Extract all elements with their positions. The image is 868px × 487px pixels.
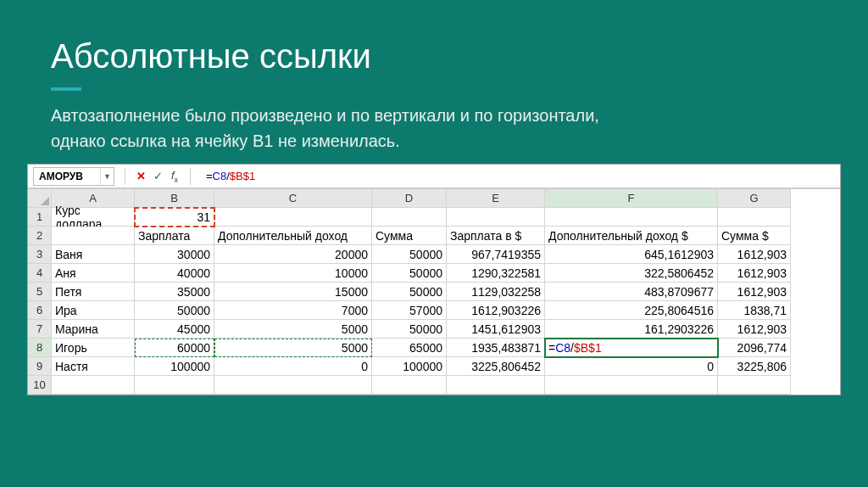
- cell[interactable]: Ваня: [52, 245, 135, 264]
- cell[interactable]: 1612,903226: [447, 301, 545, 320]
- cell[interactable]: 0: [545, 357, 718, 376]
- cell[interactable]: 967,7419355: [447, 245, 545, 264]
- col-header-B[interactable]: B: [135, 189, 214, 208]
- enter-icon[interactable]: ✓: [149, 170, 166, 182]
- row-header-8[interactable]: 8: [28, 339, 52, 357]
- cell[interactable]: Сумма: [372, 227, 447, 245]
- cell[interactable]: 50000: [135, 301, 214, 320]
- excel-window: ▼ ✕ ✓ fx =C8/$B$1 A B C D E F G 1 Курс д…: [27, 164, 841, 395]
- cell[interactable]: [52, 227, 135, 245]
- cell[interactable]: 1129,032258: [447, 283, 545, 301]
- cell[interactable]: 483,8709677: [545, 283, 718, 301]
- cell[interactable]: 65000: [372, 339, 447, 357]
- cell[interactable]: Зарплата: [135, 227, 214, 245]
- col-header-G[interactable]: G: [718, 189, 791, 208]
- cell[interactable]: 50000: [372, 320, 447, 339]
- cell[interactable]: [214, 376, 372, 395]
- cell[interactable]: [372, 376, 447, 395]
- cell[interactable]: 20000: [214, 245, 372, 264]
- cell[interactable]: 1290,322581: [447, 264, 545, 283]
- row-header-3[interactable]: 3: [28, 245, 52, 264]
- cell[interactable]: Настя: [52, 357, 135, 376]
- cell[interactable]: Аня: [52, 264, 135, 283]
- cell[interactable]: Зарплата в $: [447, 227, 545, 245]
- col-header-F[interactable]: F: [545, 189, 718, 208]
- cell[interactable]: 161,2903226: [545, 320, 718, 339]
- cell[interactable]: 1612,903: [718, 245, 791, 264]
- cell[interactable]: 31: [135, 208, 214, 227]
- cell[interactable]: 1935,483871: [447, 339, 545, 357]
- cell[interactable]: [718, 376, 791, 395]
- separator: [125, 168, 125, 185]
- row-header-9[interactable]: 9: [28, 357, 52, 376]
- row-header-6[interactable]: 6: [28, 301, 52, 320]
- col-header-E[interactable]: E: [447, 189, 545, 208]
- cell[interactable]: 2096,774: [718, 339, 791, 357]
- select-all-corner[interactable]: [28, 189, 52, 208]
- cell[interactable]: 1612,903: [718, 283, 791, 301]
- cell[interactable]: Марина: [52, 320, 135, 339]
- cell[interactable]: 5000: [214, 320, 372, 339]
- cell[interactable]: 3225,806452: [447, 357, 545, 376]
- cell[interactable]: 50000: [372, 245, 447, 264]
- cell[interactable]: Петя: [52, 283, 135, 301]
- formula-input[interactable]: =C8/$B$1: [198, 170, 255, 182]
- cell[interactable]: 15000: [214, 283, 372, 301]
- cell[interactable]: [545, 208, 718, 227]
- slide-subtitle: Автозаполнение было произведено и по вер…: [0, 91, 868, 154]
- cell[interactable]: 0: [214, 357, 372, 376]
- cell[interactable]: 5000: [214, 339, 372, 357]
- separator: [190, 168, 191, 185]
- cell[interactable]: 7000: [214, 301, 372, 320]
- cell[interactable]: 1612,903: [718, 264, 791, 283]
- col-header-D[interactable]: D: [372, 189, 447, 208]
- name-box-input[interactable]: [34, 171, 100, 182]
- row-header-1[interactable]: 1: [28, 208, 52, 227]
- cell[interactable]: 60000: [135, 339, 214, 357]
- cell[interactable]: [135, 376, 214, 395]
- cell[interactable]: 35000: [135, 283, 214, 301]
- cell[interactable]: 45000: [135, 320, 214, 339]
- cell[interactable]: [447, 208, 545, 227]
- cell[interactable]: 50000: [372, 264, 447, 283]
- cell[interactable]: Игорь: [52, 339, 135, 357]
- cell[interactable]: 30000: [135, 245, 214, 264]
- cell[interactable]: [372, 208, 447, 227]
- col-header-C[interactable]: C: [214, 189, 372, 208]
- cell[interactable]: Сумма $: [718, 227, 791, 245]
- cell[interactable]: [447, 376, 545, 395]
- row-header-4[interactable]: 4: [28, 264, 52, 283]
- cell[interactable]: 57000: [372, 301, 447, 320]
- cell[interactable]: 1451,612903: [447, 320, 545, 339]
- chevron-down-icon[interactable]: ▼: [100, 168, 114, 185]
- slide-title: Абсолютные ссылки: [0, 0, 868, 76]
- row-header-2[interactable]: 2: [28, 227, 52, 245]
- active-cell[interactable]: =C8/$B$1: [545, 339, 718, 357]
- row-header-7[interactable]: 7: [28, 320, 52, 339]
- row-header-10[interactable]: 10: [28, 376, 52, 395]
- cell[interactable]: 50000: [372, 283, 447, 301]
- cell[interactable]: 40000: [135, 264, 214, 283]
- cell[interactable]: [718, 208, 791, 227]
- spreadsheet-grid[interactable]: A B C D E F G 1 Курс доллара 31 2 Зарпла…: [28, 188, 840, 395]
- cell[interactable]: [52, 376, 135, 395]
- name-box[interactable]: ▼: [33, 167, 114, 186]
- cell[interactable]: Дополнительный доход: [214, 227, 372, 245]
- cell[interactable]: 1838,71: [718, 301, 791, 320]
- cell[interactable]: [214, 208, 372, 227]
- fx-icon[interactable]: fx: [166, 169, 183, 184]
- cell[interactable]: Дополнительный доход $: [545, 227, 718, 245]
- cell[interactable]: [545, 376, 718, 395]
- cell[interactable]: 225,8064516: [545, 301, 718, 320]
- cell[interactable]: 100000: [372, 357, 447, 376]
- cell[interactable]: 10000: [214, 264, 372, 283]
- cell[interactable]: 645,1612903: [545, 245, 718, 264]
- cell[interactable]: Ира: [52, 301, 135, 320]
- cell[interactable]: 322,5806452: [545, 264, 718, 283]
- cell[interactable]: 100000: [135, 357, 214, 376]
- cancel-icon[interactable]: ✕: [132, 170, 149, 182]
- cell[interactable]: 1612,903: [718, 320, 791, 339]
- cell[interactable]: 3225,806: [718, 357, 791, 376]
- row-header-5[interactable]: 5: [28, 283, 52, 301]
- cell[interactable]: Курс доллара: [52, 208, 135, 227]
